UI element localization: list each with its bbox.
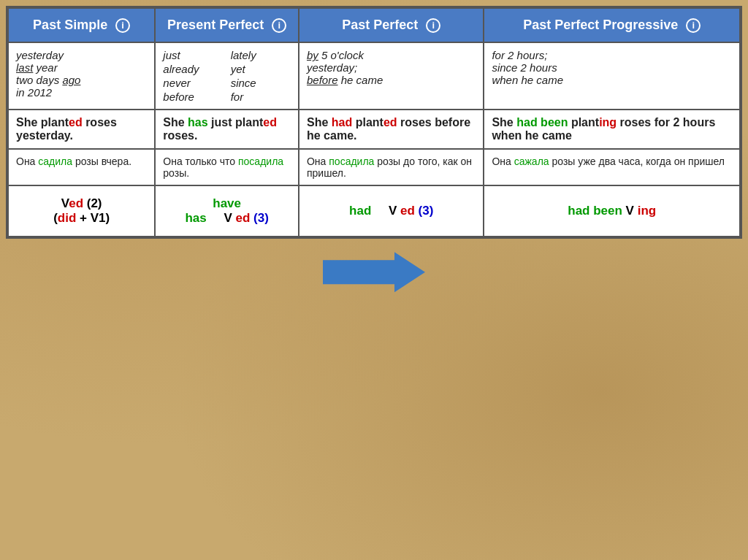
past-perfect-progressive-label: Past Perfect Progressive [523,18,678,32]
info-icon-4[interactable]: i [686,18,701,33]
arrow-section [6,239,742,299]
header-past-perfect: Past Perfect i [299,8,484,42]
example-cell-3: She had planted roses before he came. [299,110,484,149]
example-cell-1: She planted roses yesterday. [8,110,155,149]
russian-cell-4: Она сажала розы уже два часа, когда он п… [484,149,740,185]
header-row: Past Simple i Present Perfect i Past Per… [8,8,740,42]
example-cell-2: She has just planted roses. [155,110,299,149]
header-present-perfect: Present Perfect i [155,8,299,42]
adverb-cell-1: yesterday last year two days ago in 2012 [8,42,155,110]
adverb-list-1: yesterday last year two days ago in 2012 [16,49,147,99]
info-icon-1[interactable]: i [115,18,130,33]
info-icon-3[interactable]: i [426,18,440,33]
adverb-cell-3: by 5 o'clock yesterday; before he came [299,42,484,110]
russian-cell-2: Она только что посадила розы. [155,149,299,185]
grammar-table: Past Simple i Present Perfect i Past Per… [6,6,742,239]
present-perfect-label: Present Perfect [167,18,264,32]
example-cell-4: She had been planting roses for 2 hours … [484,110,740,149]
adverb-cell-4: for 2 hours; since 2 hours when he came [484,42,740,110]
formula-row: Ved (2)(did + V1) have has V ed (3) had … [8,185,740,237]
russian-row: Она садила розы вчера. Она только что по… [8,149,740,185]
formula-cell-3: had V ed (3) [299,185,484,237]
adverb-row: yesterday last year two days ago in 2012… [8,42,740,110]
past-simple-label: Past Simple [33,18,107,32]
adverb-grid-2: just lately already yet never since befo… [163,49,291,103]
direction-arrow [323,252,425,292]
adverb-cell-2: just lately already yet never since befo… [155,42,299,110]
header-past-simple: Past Simple i [8,8,155,42]
formula-cell-2: have has V ed (3) [155,185,299,237]
formula-cell-1: Ved (2)(did + V1) [8,185,155,237]
info-icon-2[interactable]: i [272,18,286,33]
past-perfect-label: Past Perfect [342,18,418,32]
header-past-perfect-progressive: Past Perfect Progressive i [484,8,740,42]
example-row: She planted roses yesterday. She has jus… [8,110,740,149]
russian-cell-1: Она садила розы вчера. [8,149,155,185]
russian-cell-3: Она посадила розы до того, как он пришел… [299,149,484,185]
formula-cell-4: had been V ing [484,185,740,237]
